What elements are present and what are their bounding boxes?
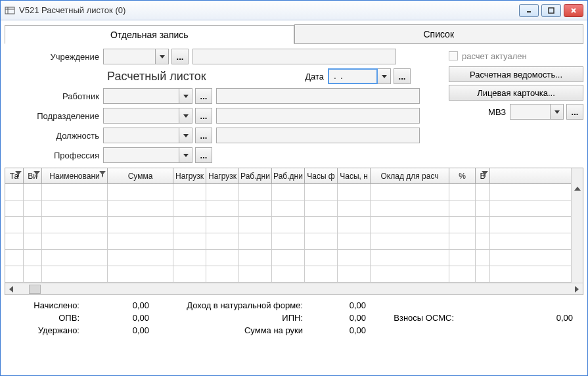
table-cell[interactable] [108,200,173,216]
table-cell[interactable] [371,266,449,282]
table-row[interactable] [5,233,571,250]
maximize-button[interactable] [541,4,561,17]
table-cell[interactable] [449,250,476,266]
table-cell[interactable] [338,266,371,282]
table-cell[interactable] [338,233,371,249]
chevron-down-icon[interactable] [551,104,564,120]
chevron-down-icon[interactable] [179,108,192,124]
date-browse-button[interactable]: ... [394,68,411,84]
table-row[interactable] [5,184,571,200]
column-header[interactable]: Раб.дни [272,168,305,183]
table-cell[interactable] [108,266,173,282]
worker-combo[interactable] [103,88,192,104]
filter-icon[interactable] [34,171,40,177]
table-cell[interactable] [239,266,272,282]
table-cell[interactable] [272,217,305,233]
dept-browse-button[interactable]: ... [195,108,212,124]
column-header[interactable]: Раб.дни [239,168,272,183]
table-cell[interactable] [338,217,371,233]
table-cell[interactable] [5,184,24,200]
table-cell[interactable] [173,266,206,282]
table-cell[interactable] [24,217,42,233]
table-cell[interactable] [24,200,42,216]
table-cell[interactable] [476,266,490,282]
table-row[interactable] [5,250,571,266]
close-button[interactable] [564,4,583,17]
table-cell[interactable] [24,250,42,266]
table-cell[interactable] [239,250,272,266]
chevron-down-icon[interactable] [378,68,391,84]
date-input[interactable] [328,68,378,84]
minimize-button[interactable] [519,4,539,17]
mvz-browse-button[interactable]: ... [566,104,583,120]
table-cell[interactable] [272,250,305,266]
scroll-right-button[interactable] [571,284,583,294]
table-cell[interactable] [42,217,108,233]
table-cell[interactable] [5,266,24,282]
table-cell[interactable] [449,217,476,233]
table-row[interactable] [5,217,571,233]
table-cell[interactable] [24,266,42,282]
table-cell[interactable] [305,266,338,282]
dept-input[interactable] [103,108,179,124]
table-cell[interactable] [476,250,490,266]
table-cell[interactable] [5,200,24,216]
table-cell[interactable] [24,184,42,200]
filter-icon[interactable] [15,171,22,177]
table-cell[interactable] [338,184,371,200]
worker-browse-button[interactable]: ... [195,88,212,104]
column-header[interactable]: Нагрузк [206,168,239,183]
worker-input[interactable] [103,88,179,104]
chevron-down-icon[interactable] [179,147,192,163]
column-header[interactable]: Часы, н [338,168,371,183]
org-browse-button[interactable]: ... [171,49,189,64]
table-cell[interactable] [42,184,108,200]
table-cell[interactable] [206,200,239,216]
table-cell[interactable] [272,266,305,282]
column-header[interactable]: Та [5,168,24,183]
filter-icon[interactable] [99,171,106,177]
table-cell[interactable] [305,233,338,249]
table-cell[interactable] [42,233,108,249]
table-cell[interactable] [173,233,206,249]
table-cell[interactable] [173,250,206,266]
table-cell[interactable] [239,217,272,233]
table-cell[interactable] [206,217,239,233]
table-cell[interactable] [108,217,173,233]
table-cell[interactable] [42,266,108,282]
profession-browse-button[interactable]: ... [195,147,212,163]
table-cell[interactable] [108,184,173,200]
table-cell[interactable] [272,200,305,216]
tab-list[interactable]: Список [294,24,584,43]
table-cell[interactable] [371,200,449,216]
table-cell[interactable] [449,184,476,200]
table-cell[interactable] [476,184,490,200]
table-cell[interactable] [173,200,206,216]
position-browse-button[interactable]: ... [195,128,212,143]
column-header[interactable]: Ви [24,168,42,183]
table-cell[interactable] [371,250,449,266]
payroll-register-button[interactable]: Расчетная ведомость... [449,66,583,82]
table-cell[interactable] [108,250,173,266]
table-cell[interactable] [305,250,338,266]
table-cell[interactable] [206,250,239,266]
column-header[interactable]: Нагрузк [173,168,206,183]
mvz-input[interactable] [510,104,551,120]
table-cell[interactable] [305,217,338,233]
table-cell[interactable] [173,184,206,200]
table-cell[interactable] [5,233,24,249]
table-cell[interactable] [239,184,272,200]
table-cell[interactable] [476,233,490,249]
chevron-down-icon[interactable] [179,88,192,104]
table-cell[interactable] [338,200,371,216]
table-cell[interactable] [476,200,490,216]
filter-icon[interactable] [482,171,488,177]
table-cell[interactable] [305,200,338,216]
scrollbar-thumb[interactable] [29,285,41,294]
column-header[interactable]: В [476,168,490,183]
table-cell[interactable] [272,233,305,249]
table-cell[interactable] [449,233,476,249]
table-cell[interactable] [338,250,371,266]
tab-single-record[interactable]: Отдельная запись [5,25,294,44]
table-cell[interactable] [449,266,476,282]
